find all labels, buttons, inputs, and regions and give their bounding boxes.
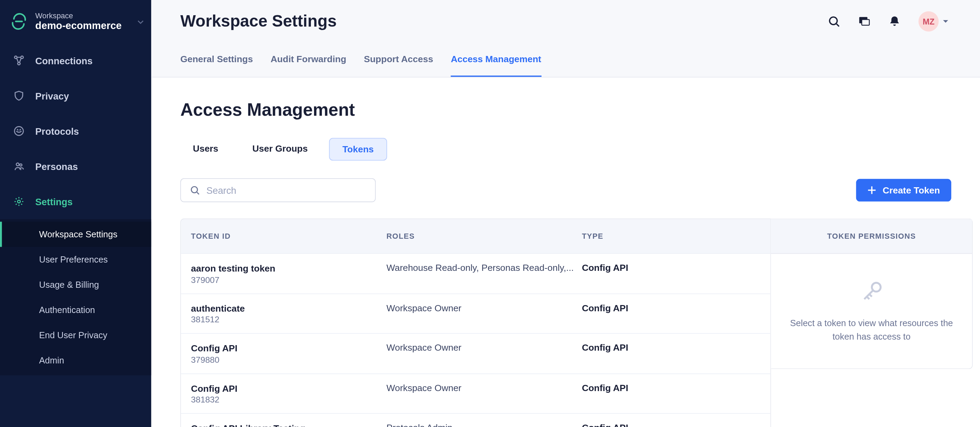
svg-point-8 bbox=[830, 17, 837, 25]
token-type: Config API bbox=[582, 343, 760, 365]
workspace-label: Workspace bbox=[35, 11, 122, 21]
table-row[interactable]: Config API Library Testing378104Protocol… bbox=[181, 413, 770, 427]
svg-point-7 bbox=[18, 200, 21, 203]
permissions-empty-text: Select a token to view what resources th… bbox=[786, 317, 957, 343]
connections-icon bbox=[13, 54, 25, 67]
header-actions: MZ bbox=[828, 11, 951, 32]
header: Workspace Settings MZ bbox=[151, 0, 980, 78]
tab-audit-forwarding[interactable]: Audit Forwarding bbox=[270, 48, 346, 77]
svg-point-2 bbox=[21, 56, 23, 59]
create-token-label: Create Token bbox=[883, 185, 940, 195]
search-icon bbox=[190, 184, 200, 196]
token-roles: Protocols Admin bbox=[386, 423, 582, 427]
token-name: aaron testing token bbox=[191, 263, 386, 275]
token-id: 381512 bbox=[191, 315, 386, 324]
token-roles: Workspace Owner bbox=[386, 303, 582, 324]
svg-point-1 bbox=[14, 56, 17, 59]
svg-rect-10 bbox=[862, 20, 869, 25]
gear-icon bbox=[13, 195, 25, 208]
token-id: 381832 bbox=[191, 395, 386, 404]
shield-icon bbox=[13, 89, 25, 102]
chat-icon[interactable] bbox=[858, 15, 870, 28]
token-roles: Warehouse Read-only, Personas Read-only,… bbox=[386, 263, 582, 284]
search-input[interactable] bbox=[207, 185, 366, 195]
col-token-id: TOKEN ID bbox=[191, 232, 386, 241]
page-title: Workspace Settings bbox=[180, 11, 336, 31]
token-type: Config API bbox=[582, 263, 760, 284]
sidebar-item-label: Privacy bbox=[35, 90, 69, 101]
svg-point-11 bbox=[191, 187, 197, 193]
token-type: Config API bbox=[582, 383, 760, 405]
user-menu[interactable]: MZ bbox=[918, 11, 949, 32]
sidebar-item-settings[interactable]: Settings bbox=[0, 184, 151, 219]
tokens-table: TOKEN ID ROLES TYPE aaron testing token3… bbox=[180, 219, 771, 427]
token-roles: Workspace Owner bbox=[386, 343, 582, 365]
sidebar: Workspace demo-ecommerce Connections bbox=[0, 0, 151, 427]
table-row[interactable]: authenticate381512Workspace OwnerConfig … bbox=[181, 293, 770, 333]
svg-point-3 bbox=[18, 62, 20, 65]
subnav-authentication[interactable]: Authentication bbox=[0, 297, 151, 322]
subnav-usage-billing[interactable]: Usage & Billing bbox=[0, 272, 151, 297]
svg-point-5 bbox=[16, 163, 19, 166]
table-row[interactable]: aaron testing token379007Warehouse Read-… bbox=[181, 253, 770, 293]
token-name: Config API bbox=[191, 343, 386, 355]
workspace-switcher[interactable]: Workspace demo-ecommerce bbox=[0, 5, 151, 43]
header-tabs: General Settings Audit Forwarding Suppor… bbox=[180, 48, 951, 77]
token-name: Config API bbox=[191, 383, 386, 395]
token-id: 379880 bbox=[191, 355, 386, 365]
subnav-workspace-settings[interactable]: Workspace Settings bbox=[0, 222, 151, 247]
plus-icon bbox=[868, 186, 877, 195]
tab-access-management[interactable]: Access Management bbox=[451, 48, 541, 77]
subtab-users[interactable]: Users bbox=[180, 138, 231, 160]
protocols-icon bbox=[13, 125, 25, 137]
subtab-tokens[interactable]: Tokens bbox=[329, 138, 387, 160]
search-icon[interactable] bbox=[828, 15, 840, 28]
tab-support-access[interactable]: Support Access bbox=[364, 48, 433, 77]
logo-icon bbox=[10, 13, 28, 30]
subnav-admin[interactable]: Admin bbox=[0, 348, 151, 373]
section-title: Access Management bbox=[180, 100, 951, 120]
token-name: authenticate bbox=[191, 303, 386, 315]
key-icon bbox=[786, 279, 957, 304]
sidebar-item-label: Protocols bbox=[35, 126, 79, 137]
token-id: 379007 bbox=[191, 275, 386, 284]
sidebar-item-label: Settings bbox=[35, 196, 73, 207]
permissions-title: TOKEN PERMISSIONS bbox=[771, 219, 972, 254]
personas-icon bbox=[13, 160, 25, 172]
svg-point-12 bbox=[872, 283, 880, 292]
sidebar-item-protocols[interactable]: Protocols bbox=[0, 113, 151, 149]
sidebar-item-label: Personas bbox=[35, 161, 78, 172]
avatar: MZ bbox=[918, 11, 939, 32]
token-type: Config API bbox=[582, 303, 760, 324]
sidebar-item-personas[interactable]: Personas bbox=[0, 149, 151, 184]
table-row[interactable]: Config API381832Workspace OwnerConfig AP… bbox=[181, 373, 770, 413]
subtabs: Users User Groups Tokens bbox=[180, 138, 951, 160]
bell-icon[interactable] bbox=[888, 15, 901, 28]
svg-point-4 bbox=[14, 127, 24, 135]
subtab-user-groups[interactable]: User Groups bbox=[240, 138, 320, 160]
chevron-down-icon bbox=[137, 16, 143, 28]
token-type: Config API bbox=[582, 423, 760, 427]
permissions-panel: TOKEN PERMISSIONS Select a token to view… bbox=[771, 219, 973, 369]
subnav-user-preferences[interactable]: User Preferences bbox=[0, 247, 151, 272]
sidebar-item-privacy[interactable]: Privacy bbox=[0, 78, 151, 113]
col-roles: ROLES bbox=[386, 232, 582, 241]
svg-point-6 bbox=[20, 164, 22, 166]
workspace-name: demo-ecommerce bbox=[35, 20, 122, 32]
token-name: Config API Library Testing bbox=[191, 423, 386, 427]
main: Workspace Settings MZ bbox=[151, 0, 980, 427]
token-roles: Workspace Owner bbox=[386, 383, 582, 405]
sidebar-subnav: Workspace Settings User Preferences Usag… bbox=[0, 219, 151, 375]
search-input-wrap[interactable] bbox=[180, 178, 375, 202]
table-row[interactable]: Config API379880Workspace OwnerConfig AP… bbox=[181, 333, 770, 373]
col-type: TYPE bbox=[582, 232, 760, 241]
create-token-button[interactable]: Create Token bbox=[856, 179, 951, 202]
content: Access Management Users User Groups Toke… bbox=[151, 78, 980, 427]
subnav-end-user-privacy[interactable]: End User Privacy bbox=[0, 322, 151, 348]
tab-general-settings[interactable]: General Settings bbox=[180, 48, 253, 77]
sidebar-item-connections[interactable]: Connections bbox=[0, 43, 151, 78]
sidebar-item-label: Connections bbox=[35, 55, 93, 66]
chevron-down-icon bbox=[942, 18, 948, 25]
